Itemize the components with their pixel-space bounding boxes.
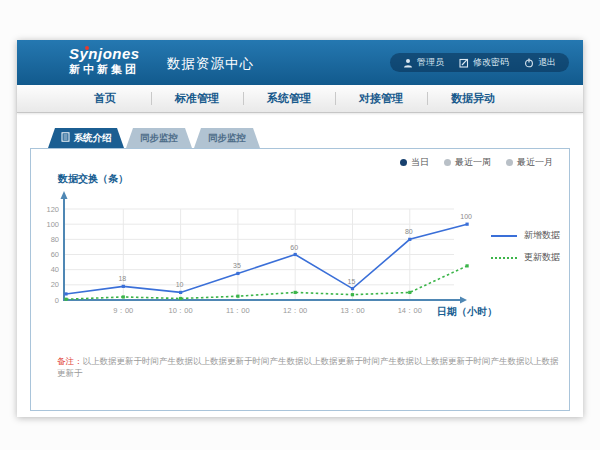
logo-subtext: 新中新集团 — [69, 62, 140, 76]
svg-text:100: 100 — [46, 220, 59, 229]
svg-text:0: 0 — [55, 296, 59, 305]
user-icon — [403, 58, 413, 68]
tab-label: 同步监控 — [208, 132, 246, 145]
svg-text:12：00: 12：00 — [283, 306, 307, 315]
svg-text:60: 60 — [51, 250, 59, 259]
svg-text:11：00: 11：00 — [226, 306, 250, 315]
legend-line-sample — [491, 235, 517, 237]
logo-text: Synjones — [69, 45, 140, 62]
legend-label: 新增数据 — [524, 229, 560, 242]
admin-user-button[interactable]: 管理员 — [403, 56, 444, 69]
tab-system-intro[interactable]: 系统介绍 — [48, 128, 124, 148]
nav-item-system[interactable]: 系统管理 — [243, 85, 335, 112]
time-range-filters: 当日 最近一周 最近一月 — [400, 156, 553, 169]
legend-line-sample — [491, 257, 517, 259]
svg-text:80: 80 — [405, 228, 413, 235]
logout-label: 退出 — [538, 56, 556, 69]
edit-icon — [459, 58, 469, 68]
document-icon — [61, 132, 70, 144]
svg-text:10：00: 10：00 — [169, 306, 193, 315]
main-nav: 首页 标准管理 系统管理 对接管理 数据异动 — [17, 85, 583, 113]
tab-sync-monitor-2[interactable]: 同步监控 — [194, 128, 260, 148]
legend-item-update-data: 更新数据 — [491, 251, 560, 264]
radio-icon — [444, 159, 451, 166]
user-toolbar: 管理员 修改密码 退出 — [390, 53, 569, 72]
footer-note: 备注：以上数据更新于时间产生数据以上数据更新于时间产生数据以上数据更新于时间产生… — [57, 355, 563, 379]
logout-button[interactable]: 退出 — [524, 56, 556, 69]
svg-text:120: 120 — [46, 205, 59, 214]
svg-text:60: 60 — [290, 244, 298, 251]
nav-item-connect[interactable]: 对接管理 — [335, 85, 427, 112]
line-chart: 0204060801001209：0010：0011：0012：0013：001… — [34, 190, 474, 322]
svg-text:18: 18 — [118, 275, 126, 282]
svg-text:15: 15 — [348, 278, 356, 285]
tab-label: 同步监控 — [140, 132, 178, 145]
filter-option-today[interactable]: 当日 — [400, 156, 429, 169]
logo-accent-dot — [85, 46, 89, 50]
change-password-button[interactable]: 修改密码 — [459, 56, 509, 69]
site-page: Synjones 新中新集团 数据资源中心 管理员 修改密码 — [17, 40, 583, 417]
nav-item-standard[interactable]: 标准管理 — [151, 85, 243, 112]
svg-text:40: 40 — [51, 265, 59, 274]
nav-item-home[interactable]: 首页 — [59, 85, 151, 112]
change-password-label: 修改密码 — [473, 56, 509, 69]
radio-icon — [506, 159, 513, 166]
legend-item-new-data: 新增数据 — [491, 229, 560, 242]
note-text: 以上数据更新于时间产生数据以上数据更新于时间产生数据以上数据更新于时间产生数据以… — [57, 356, 559, 378]
header-bar: Synjones 新中新集团 数据资源中心 管理员 修改密码 — [17, 40, 583, 85]
svg-text:35: 35 — [233, 262, 241, 269]
radio-icon — [400, 159, 407, 166]
tab-label: 系统介绍 — [74, 132, 112, 145]
content-panel: 当日 最近一周 最近一月 数据交换（条） 0204060801001209：00… — [30, 148, 570, 411]
tab-sync-monitor-1[interactable]: 同步监控 — [126, 128, 192, 148]
note-prefix: 备注： — [57, 356, 83, 366]
svg-text:14：00: 14：00 — [398, 306, 422, 315]
chart-legend: 新增数据 更新数据 — [491, 229, 560, 273]
filter-option-last-month[interactable]: 最近一月 — [506, 156, 553, 169]
svg-text:13：00: 13：00 — [340, 306, 364, 315]
legend-label: 更新数据 — [524, 251, 560, 264]
page-title: 数据资源中心 — [167, 55, 254, 73]
filter-label: 最近一周 — [455, 156, 491, 169]
admin-user-label: 管理员 — [417, 56, 444, 69]
filter-label: 当日 — [411, 156, 429, 169]
y-axis-title: 数据交换（条） — [58, 172, 128, 186]
nav-item-change[interactable]: 数据异动 — [427, 85, 519, 112]
svg-text:10: 10 — [176, 281, 184, 288]
svg-text:100: 100 — [460, 213, 472, 220]
svg-text:20: 20 — [51, 280, 59, 289]
brand-logo: Synjones 新中新集团 — [69, 45, 140, 76]
screenshot-frame: Synjones 新中新集团 数据资源中心 管理员 修改密码 — [0, 0, 600, 450]
filter-label: 最近一月 — [517, 156, 553, 169]
svg-text:80: 80 — [51, 235, 59, 244]
filter-option-last-week[interactable]: 最近一周 — [444, 156, 491, 169]
tab-bar: 系统介绍 同步监控 同步监控 — [30, 128, 570, 148]
svg-text:9：00: 9：00 — [113, 306, 133, 315]
power-icon — [524, 58, 534, 68]
x-axis-title: 日期（小时） — [437, 305, 497, 319]
